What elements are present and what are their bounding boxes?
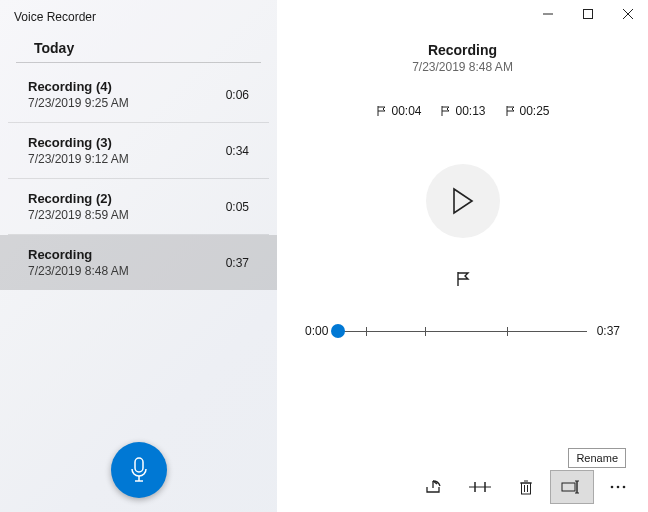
recording-item[interactable]: Recording7/23/2019 8:48 AM0:37 [0, 235, 277, 290]
ellipsis-icon [610, 485, 626, 489]
scrub-total: 0:37 [597, 324, 620, 338]
recording-date: 7/23/2019 9:12 AM [28, 152, 129, 166]
maximize-button[interactable] [568, 0, 608, 28]
marker-time: 00:13 [455, 104, 485, 118]
svg-rect-4 [584, 10, 593, 19]
recording-date: 7/23/2019 9:25 AM [28, 96, 129, 110]
recording-length: 0:34 [226, 144, 249, 158]
flag-icon [375, 105, 387, 117]
trash-icon [519, 479, 533, 495]
recording-name: Recording [28, 247, 129, 262]
recording-date: 7/23/2019 8:59 AM [28, 208, 129, 222]
recording-length: 0:37 [226, 256, 249, 270]
recording-length: 0:05 [226, 200, 249, 214]
trim-button[interactable] [458, 470, 502, 504]
close-icon [623, 9, 633, 19]
svg-rect-0 [135, 458, 143, 472]
detail-title: Recording [277, 42, 648, 58]
recording-name: Recording (4) [28, 79, 129, 94]
minimize-button[interactable] [528, 0, 568, 28]
scrub-position: 0:00 [305, 324, 328, 338]
app-title: Voice Recorder [0, 0, 277, 30]
recording-length: 0:06 [226, 88, 249, 102]
marker-time: 00:25 [520, 104, 550, 118]
marker-item[interactable]: 00:25 [504, 104, 550, 118]
rename-tooltip: Rename [568, 448, 626, 468]
microphone-icon [129, 456, 149, 484]
svg-point-24 [617, 486, 620, 489]
record-button[interactable] [111, 442, 167, 498]
recording-item[interactable]: Recording (4)7/23/2019 9:25 AM0:06 [8, 67, 269, 123]
share-button[interactable] [412, 470, 456, 504]
maximize-icon [583, 9, 593, 19]
share-icon [425, 479, 443, 495]
more-button[interactable] [596, 470, 640, 504]
scrub-thumb[interactable] [331, 324, 345, 338]
group-header-today: Today [16, 30, 261, 63]
flag-icon [439, 105, 451, 117]
play-icon [451, 187, 475, 215]
close-button[interactable] [608, 0, 648, 28]
flag-icon [454, 270, 472, 288]
marker-item[interactable]: 00:13 [439, 104, 485, 118]
marker-time: 00:04 [391, 104, 421, 118]
recording-name: Recording (2) [28, 191, 129, 206]
rename-icon [561, 480, 583, 494]
add-marker-button[interactable] [448, 264, 478, 294]
recording-name: Recording (3) [28, 135, 129, 150]
marker-item[interactable]: 00:04 [375, 104, 421, 118]
minimize-icon [543, 9, 553, 19]
trim-icon [469, 480, 491, 494]
svg-point-25 [623, 486, 626, 489]
recording-item[interactable]: Recording (2)7/23/2019 8:59 AM0:05 [8, 179, 269, 235]
recording-date: 7/23/2019 8:48 AM [28, 264, 129, 278]
svg-rect-14 [522, 483, 531, 494]
recording-item[interactable]: Recording (3)7/23/2019 9:12 AM0:34 [8, 123, 269, 179]
flag-icon [504, 105, 516, 117]
svg-point-23 [611, 486, 614, 489]
svg-rect-19 [562, 483, 575, 491]
detail-date: 7/23/2019 8:48 AM [277, 60, 648, 74]
delete-button[interactable] [504, 470, 548, 504]
scrub-slider[interactable] [338, 331, 586, 332]
marker-list: 00:0400:1300:25 [277, 104, 648, 118]
rename-button[interactable] [550, 470, 594, 504]
play-button[interactable] [426, 164, 500, 238]
